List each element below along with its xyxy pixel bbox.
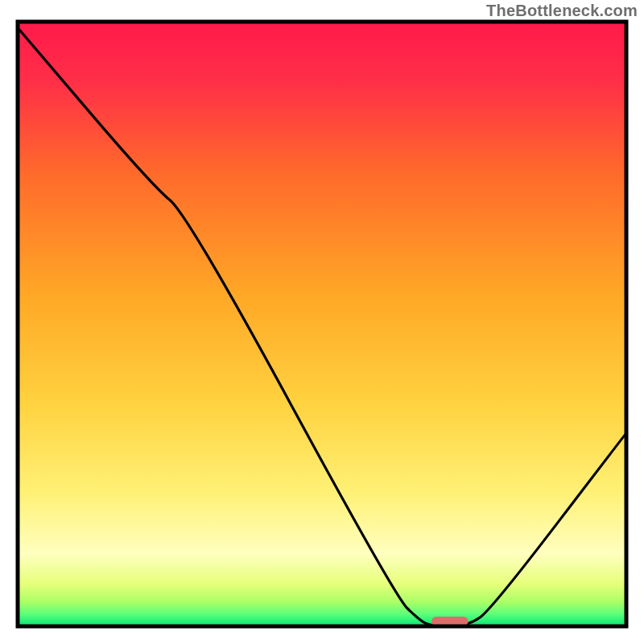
bottleneck-chart <box>0 0 644 644</box>
attribution-label: TheBottleneck.com <box>486 2 638 20</box>
chart-container: TheBottleneck.com <box>0 0 644 644</box>
plot-background <box>18 22 626 626</box>
